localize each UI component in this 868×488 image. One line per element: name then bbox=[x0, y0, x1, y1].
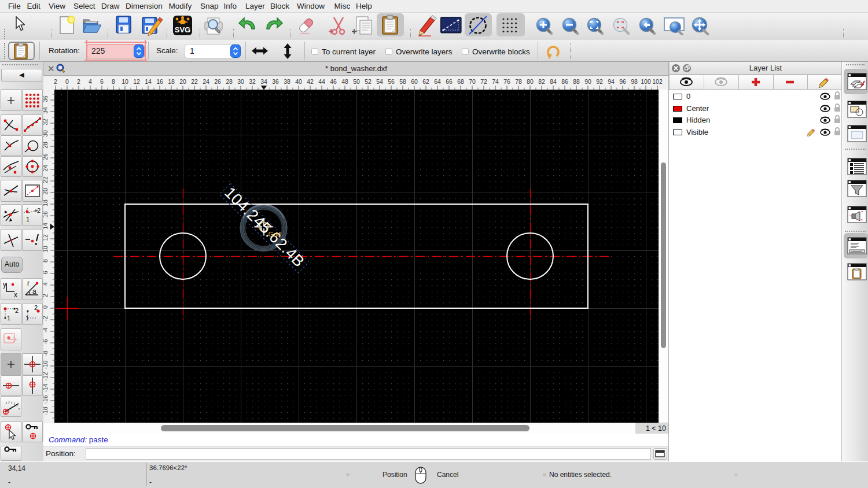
svg-text:20: 20 bbox=[179, 78, 186, 85]
svg-text:34: 34 bbox=[260, 78, 267, 85]
svg-text:0: 0 bbox=[65, 78, 69, 85]
svg-text:2: 2 bbox=[43, 294, 49, 297]
svg-text:92: 92 bbox=[596, 78, 603, 85]
svg-text:14: 14 bbox=[43, 223, 49, 230]
svg-text:Grid: Grid bbox=[269, 231, 281, 238]
svg-text:94: 94 bbox=[608, 78, 615, 85]
svg-text:72: 72 bbox=[480, 78, 487, 85]
svg-text:30: 30 bbox=[237, 78, 244, 85]
svg-text:34: 34 bbox=[43, 107, 49, 114]
svg-text:48: 48 bbox=[341, 78, 348, 85]
svg-text:98: 98 bbox=[631, 78, 638, 85]
svg-text:2: 2 bbox=[15, 307, 19, 314]
svg-text:30: 30 bbox=[43, 130, 49, 137]
svg-text:8: 8 bbox=[112, 78, 115, 85]
svg-text:32: 32 bbox=[43, 119, 49, 125]
svg-text:76: 76 bbox=[503, 78, 510, 85]
svg-text:62: 62 bbox=[422, 78, 429, 85]
svg-text:74: 74 bbox=[492, 78, 499, 85]
svg-text:y: y bbox=[3, 280, 6, 289]
svg-text:70: 70 bbox=[469, 78, 476, 85]
svg-text:78: 78 bbox=[515, 78, 522, 85]
svg-text:68: 68 bbox=[457, 78, 464, 85]
svg-text:22: 22 bbox=[43, 176, 49, 183]
svg-text:1: 1 bbox=[26, 216, 30, 223]
svg-text:2: 2 bbox=[77, 78, 80, 85]
svg-text:SVG: SVG bbox=[175, 25, 190, 34]
svg-text:24: 24 bbox=[203, 78, 209, 85]
svg-text:100: 100 bbox=[641, 78, 651, 85]
svg-text:-18: -18 bbox=[43, 406, 49, 415]
svg-text:a: a bbox=[32, 287, 36, 295]
svg-text:-12: -12 bbox=[43, 372, 49, 380]
svg-text:18: 18 bbox=[43, 199, 49, 206]
svg-text:16: 16 bbox=[156, 78, 163, 85]
svg-text:10: 10 bbox=[122, 78, 128, 85]
svg-text:2: 2 bbox=[54, 78, 57, 85]
svg-text:0: 0 bbox=[43, 305, 49, 309]
svg-text:x: x bbox=[14, 291, 17, 299]
svg-text:52: 52 bbox=[365, 78, 372, 85]
svg-text:12: 12 bbox=[43, 234, 49, 241]
svg-text:56: 56 bbox=[388, 78, 395, 85]
svg-text:58: 58 bbox=[399, 78, 406, 85]
svg-text:-6: -6 bbox=[43, 339, 49, 344]
svg-text:6: 6 bbox=[100, 78, 104, 85]
svg-text:1: 1 bbox=[7, 315, 10, 321]
svg-text:4: 4 bbox=[43, 282, 49, 286]
svg-text:88: 88 bbox=[573, 78, 580, 85]
svg-text:22: 22 bbox=[191, 78, 198, 85]
svg-text:82: 82 bbox=[538, 78, 545, 85]
svg-text:6: 6 bbox=[43, 271, 49, 274]
svg-text:2: 2 bbox=[34, 304, 38, 311]
svg-text:64: 64 bbox=[434, 78, 441, 85]
svg-text:38: 38 bbox=[284, 78, 290, 85]
svg-text:28: 28 bbox=[226, 78, 233, 85]
svg-text:8: 8 bbox=[43, 259, 49, 263]
svg-text:32: 32 bbox=[249, 78, 256, 85]
svg-text:90: 90 bbox=[584, 78, 591, 85]
svg-text:16: 16 bbox=[43, 211, 49, 218]
svg-text:20: 20 bbox=[43, 188, 49, 195]
svg-text:14: 14 bbox=[145, 78, 152, 85]
svg-text:80: 80 bbox=[527, 78, 534, 85]
svg-text:40: 40 bbox=[295, 78, 302, 85]
svg-text:86: 86 bbox=[561, 78, 568, 85]
svg-text:-4: -4 bbox=[43, 327, 49, 332]
svg-text:60: 60 bbox=[411, 78, 418, 85]
svg-text:36: 36 bbox=[43, 95, 49, 102]
svg-text:36: 36 bbox=[272, 78, 279, 85]
svg-text:46: 46 bbox=[330, 78, 337, 85]
svg-text:50: 50 bbox=[353, 78, 360, 85]
svg-text:r: r bbox=[27, 279, 30, 287]
svg-text:26: 26 bbox=[43, 153, 49, 160]
svg-text:1: 1 bbox=[25, 315, 29, 321]
svg-text:-8: -8 bbox=[43, 350, 49, 356]
svg-text:10: 10 bbox=[43, 246, 49, 253]
svg-text:42: 42 bbox=[307, 78, 314, 85]
svg-text:-14: -14 bbox=[43, 383, 49, 392]
svg-text:18: 18 bbox=[168, 78, 175, 85]
svg-text:54: 54 bbox=[376, 78, 383, 85]
svg-text:24: 24 bbox=[43, 165, 49, 172]
svg-text:44: 44 bbox=[318, 78, 325, 85]
svg-text:26: 26 bbox=[214, 78, 221, 85]
svg-text:-10: -10 bbox=[43, 360, 49, 369]
svg-text:2: 2 bbox=[37, 207, 41, 214]
svg-text:-2: -2 bbox=[43, 316, 49, 321]
svg-text:-16: -16 bbox=[43, 395, 49, 404]
svg-text:96: 96 bbox=[619, 78, 626, 85]
svg-text:66: 66 bbox=[446, 78, 453, 85]
svg-text:28: 28 bbox=[43, 142, 49, 149]
svg-text:84: 84 bbox=[550, 78, 557, 85]
svg-text:102: 102 bbox=[652, 78, 663, 85]
svg-text:4: 4 bbox=[89, 78, 92, 85]
svg-text:command: command bbox=[851, 250, 862, 253]
svg-text:12: 12 bbox=[133, 78, 140, 85]
